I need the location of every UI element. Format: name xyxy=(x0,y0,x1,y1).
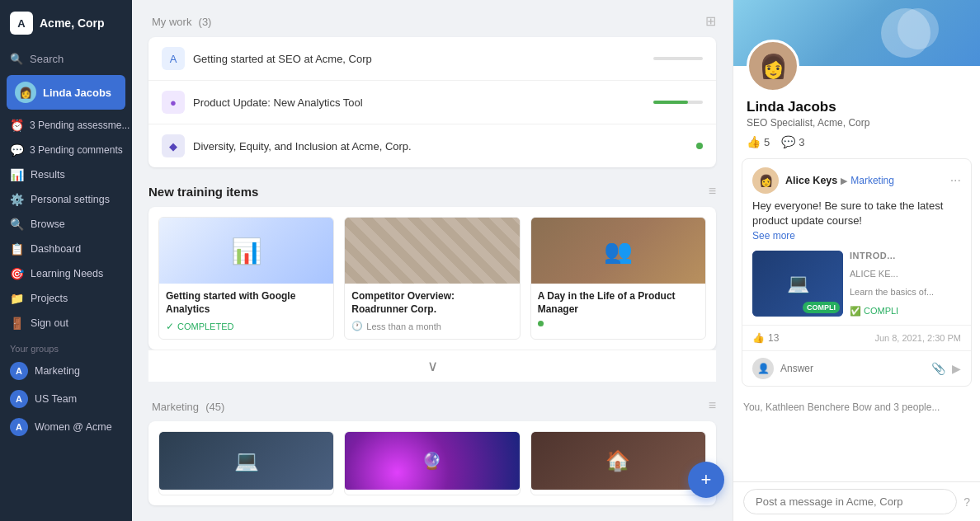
sidebar-user-name: Linda Jacobs xyxy=(43,87,111,99)
sidebar-item-us-team[interactable]: A US Team xyxy=(0,385,132,413)
feed-body: Hey everyone! Be sure to take the latest… xyxy=(742,199,971,251)
sidebar-item-sign-out[interactable]: 🚪 Sign out xyxy=(0,311,132,336)
send-icon[interactable]: ▶ xyxy=(952,362,961,375)
work-item-title: Diversity, Equity, and Inclusion at Acme… xyxy=(193,140,688,153)
card-status-analytics: ✓ COMPLETED xyxy=(166,321,327,332)
marketing-card-2[interactable]: 🔮 xyxy=(344,431,520,495)
search-label: Search xyxy=(30,53,64,65)
status-dot xyxy=(538,321,544,326)
check-circle-icon: ✅ xyxy=(850,306,861,317)
feed-media: 💻 COMPLI Introd... ALICE KE... Learn the… xyxy=(742,251,971,325)
sidebar-item-label: 3 Pending comments xyxy=(30,144,123,156)
training-header: New training items ≡ xyxy=(148,184,716,199)
message-input[interactable] xyxy=(743,489,957,514)
training-card-competitor[interactable]: Competitor Overview: Roadrunner Corp. 🕐 … xyxy=(344,217,520,340)
card-status-manager xyxy=(538,321,699,326)
search-button[interactable]: 🔍 Search xyxy=(0,46,132,72)
sidebar-item-projects[interactable]: 📁 Projects xyxy=(0,286,132,311)
marketing-thumb-1: 💻 xyxy=(159,432,333,490)
fab-button[interactable]: + xyxy=(688,462,724,498)
sidebar-item-dashboard[interactable]: 📋 Dashboard xyxy=(0,237,132,261)
training-card-manager[interactable]: A Day in the Life of a Product Manager xyxy=(530,217,706,340)
feed-media-author: ALICE KE... xyxy=(850,269,961,279)
card-title-analytics: Getting started with Google Analytics xyxy=(166,290,327,316)
sidebar-item-label: Dashboard xyxy=(31,243,81,255)
signout-icon: 🚪 xyxy=(10,317,24,330)
feed-footer: 👍 13 Jun 8, 2021, 2:30 PM xyxy=(742,325,971,350)
card-thumbnail-competitor xyxy=(345,218,519,284)
sidebar-user-item[interactable]: 👩 Linda Jacobs xyxy=(7,75,125,110)
training-card-analytics[interactable]: Getting started with Google Analytics ✓ … xyxy=(158,217,334,340)
marketing-card-1[interactable]: 💻 xyxy=(158,431,334,495)
feed-channel: Marketing xyxy=(850,175,894,186)
sidebar: A Acme, Corp 🔍 Search 👩 Linda Jacobs ⏰ 3… xyxy=(0,0,132,521)
profile-role: SEO Specialist, Acme, Corp xyxy=(747,117,967,129)
work-item-progress xyxy=(696,143,703,149)
help-icon[interactable]: ? xyxy=(964,495,970,509)
browse-icon: 🔍 xyxy=(10,218,24,231)
show-more-button[interactable]: ∨ xyxy=(148,350,716,382)
profile-avatar-wrap: 👩 xyxy=(733,40,980,92)
likes-count: 13 xyxy=(768,332,779,344)
profile-stats: 👍 5 💬 3 xyxy=(747,135,967,148)
sidebar-item-marketing[interactable]: A Marketing xyxy=(0,357,132,385)
main-content: My work (3) ⊞ A Getting started at SEO a… xyxy=(132,0,733,521)
sidebar-item-personal-settings[interactable]: ⚙️ Personal settings xyxy=(0,187,132,212)
group-avatar-marketing: A xyxy=(10,362,28,380)
projects-icon: 📁 xyxy=(10,292,24,305)
training-menu-icon[interactable]: ≡ xyxy=(709,184,716,199)
sidebar-item-learning-needs[interactable]: 🎯 Learning Needs xyxy=(0,261,132,286)
card-title-manager: A Day in the Life of a Product Manager xyxy=(538,290,699,316)
work-item-title: Product Update: New Analytics Tool xyxy=(193,96,645,109)
marketing-thumb-2: 🔮 xyxy=(345,432,519,490)
thumbs-up-icon: 👍 xyxy=(752,332,765,344)
table-row[interactable]: ● Product Update: New Analytics Tool xyxy=(148,81,716,124)
feed-message: Hey everyone! Be sure to take the latest… xyxy=(752,199,943,227)
groups-label: Your groups xyxy=(0,336,132,357)
training-cards-container: Getting started with Google Analytics ✓ … xyxy=(148,207,716,350)
sidebar-item-label: Sign out xyxy=(31,317,68,329)
attach-icon[interactable]: 📎 xyxy=(931,362,945,375)
feed-more-button[interactable]: ··· xyxy=(950,173,961,188)
sidebar-item-women-acme[interactable]: A Women @ Acme xyxy=(0,413,132,441)
sidebar-item-label: Personal settings xyxy=(31,194,110,205)
like-button[interactable]: 👍 13 xyxy=(752,332,779,344)
feed-author-info: 👩 Alice Keys ▶ Marketing xyxy=(752,167,894,194)
sidebar-item-label: Projects xyxy=(31,293,68,304)
work-item-icon: ● xyxy=(162,91,185,114)
marketing-menu-icon[interactable]: ≡ xyxy=(709,398,716,413)
feed-timestamp: Jun 8, 2021, 2:30 PM xyxy=(874,333,961,343)
group-avatar-us-team: A xyxy=(10,390,28,408)
see-more-link[interactable]: See more xyxy=(752,230,795,242)
sidebar-item-comments[interactable]: 💬 3 Pending comments xyxy=(0,138,132,162)
marketing-section: Marketing (45) ≡ 💻 🔮 🏠 xyxy=(148,398,716,505)
my-work-view-toggle[interactable]: ⊞ xyxy=(705,13,716,29)
feed-media-status: ✅ COMPLI xyxy=(850,306,961,317)
more-activity-preview: You, Kathleen Benchere Bow and 3 people.… xyxy=(733,397,980,418)
avatar: 👩 xyxy=(747,40,799,92)
my-work-title: My work (3) xyxy=(148,14,211,28)
work-item-title: Getting started at SEO at Acme, Corp xyxy=(193,53,645,65)
card-thumbnail-analytics xyxy=(159,218,333,284)
sidebar-item-browse[interactable]: 🔍 Browse xyxy=(0,212,132,237)
feed-author-avatar: 👩 xyxy=(752,167,779,194)
marketing-cards-container: 💻 🔮 🏠 xyxy=(148,421,716,505)
media-completed-badge: COMPLI xyxy=(803,302,840,313)
feed-media-label: Introd... xyxy=(850,251,961,260)
table-row[interactable]: ◆ Diversity, Equity, and Inclusion at Ac… xyxy=(148,124,716,167)
sidebar-item-assessments[interactable]: ⏰ 3 Pending assessme... xyxy=(0,113,132,138)
comments-stat: 💬 3 xyxy=(781,135,804,148)
comments-icon: 💬 xyxy=(10,143,23,157)
sidebar-item-label: 3 Pending assessme... xyxy=(30,120,130,131)
marketing-card-3[interactable]: 🏠 xyxy=(530,431,706,495)
sidebar-item-results[interactable]: 📊 Results xyxy=(0,162,132,187)
reply-input[interactable] xyxy=(780,363,925,374)
work-item-progress xyxy=(653,101,703,104)
table-row[interactable]: A Getting started at SEO at Acme, Corp xyxy=(148,37,716,81)
learning-icon: 🎯 xyxy=(10,267,24,280)
settings-icon: ⚙️ xyxy=(10,193,24,206)
training-title: New training items xyxy=(148,185,258,199)
feed-media-thumbnail[interactable]: 💻 COMPLI xyxy=(752,251,843,317)
user-avatar-emoji: 👩 xyxy=(19,87,32,99)
company-name: Acme, Corp xyxy=(40,16,105,30)
